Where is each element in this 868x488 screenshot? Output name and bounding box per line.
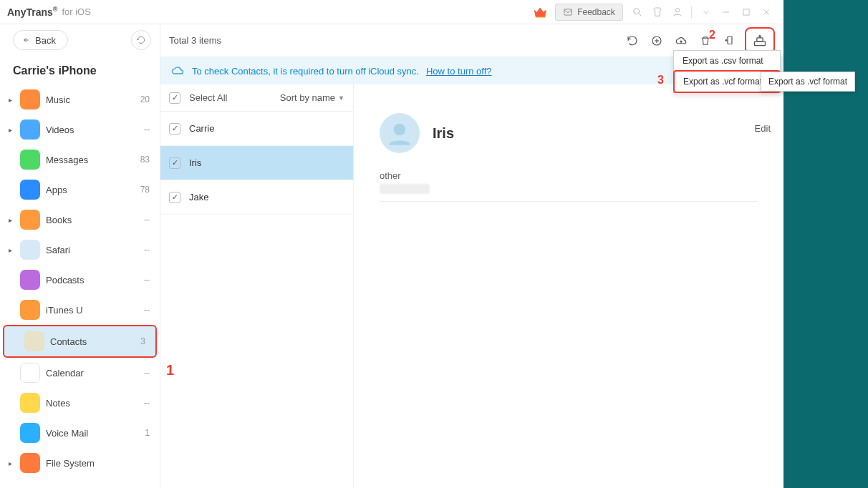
chevron-down-icon: ▼ xyxy=(338,94,344,102)
sidebar-item-notes[interactable]: Notes -- xyxy=(0,388,160,418)
field-label: other xyxy=(380,170,758,181)
delete-button[interactable] xyxy=(693,29,718,53)
sidebar-item-label: Calendar xyxy=(46,368,84,379)
sidebar-item-music[interactable]: ▸ Music 20 xyxy=(0,84,160,114)
sidebar: Back Carrie's iPhone ▸ Music 20▸ Videos … xyxy=(0,24,160,488)
back-label: Back xyxy=(35,35,56,46)
account-icon[interactable] xyxy=(667,2,688,22)
calendar-icon xyxy=(20,363,40,383)
music-icon xyxy=(20,89,40,109)
contact-checkbox[interactable] xyxy=(169,157,180,169)
app-window: AnyTrans® for iOS Feedback │ Back xyxy=(0,0,783,488)
sidebar-item-itunes-u[interactable]: iTunes U -- xyxy=(0,295,160,325)
itunes u-icon xyxy=(20,300,40,320)
contact-name: Iris xyxy=(433,125,454,142)
sidebar-item-file-system[interactable]: ▸ File System xyxy=(0,448,160,478)
svg-rect-12 xyxy=(755,41,766,45)
maximize-icon[interactable] xyxy=(736,2,756,22)
refresh-button[interactable] xyxy=(620,29,645,53)
sidebar-item-books[interactable]: ▸ Books -- xyxy=(0,205,160,235)
to-device-button[interactable]: 2 xyxy=(718,29,742,53)
edit-button[interactable]: Edit xyxy=(755,123,771,134)
sidebar-item-label: Music xyxy=(46,94,70,105)
sidebar-item-label: Contacts xyxy=(50,336,87,347)
minimize-icon[interactable] xyxy=(716,2,736,22)
sidebar-item-count: -- xyxy=(144,215,150,225)
safari-icon xyxy=(20,240,40,260)
sidebar-item-count: -- xyxy=(144,305,150,315)
sidebar-item-apps[interactable]: Apps 78 xyxy=(0,175,160,205)
contact-row-name: Carrie xyxy=(189,123,214,134)
sidebar-item-count: 1 xyxy=(145,428,150,438)
books-icon xyxy=(20,210,40,230)
contacts-icon xyxy=(24,331,44,351)
crown-icon[interactable] xyxy=(532,4,548,20)
sidebar-refresh-button[interactable] xyxy=(131,30,151,50)
back-button[interactable]: Back xyxy=(13,30,68,50)
add-button[interactable] xyxy=(645,29,669,53)
contact-row[interactable]: Iris xyxy=(160,146,353,180)
brand-sup: ® xyxy=(53,6,58,13)
contact-row-name: Jake xyxy=(189,192,208,202)
svg-line-2 xyxy=(639,14,641,16)
sidebar-item-label: Apps xyxy=(46,185,67,195)
sort-dropdown[interactable]: Sort by name ▼ xyxy=(280,92,344,103)
device-name: Carrie's iPhone xyxy=(0,54,160,84)
sidebar-item-count: 83 xyxy=(140,155,150,165)
sidebar-item-label: Books xyxy=(46,215,72,225)
svg-point-3 xyxy=(675,8,679,11)
sidebar-item-count: -- xyxy=(144,398,150,408)
contact-checkbox[interactable] xyxy=(169,192,180,203)
sidebar-item-podcasts[interactable]: Podcasts -- xyxy=(0,265,160,295)
sidebar-item-voice-mail[interactable]: Voice Mail 1 xyxy=(0,418,160,448)
search-icon[interactable] xyxy=(627,2,647,22)
file system-icon xyxy=(20,453,40,473)
expand-icon: ▸ xyxy=(6,126,14,134)
select-all-checkbox[interactable] xyxy=(169,92,180,104)
svg-rect-11 xyxy=(728,36,732,44)
sidebar-item-messages[interactable]: Messages 83 xyxy=(0,145,160,175)
export-csv-item[interactable]: Export as .csv format xyxy=(674,51,780,71)
content-pane: Total 3 items 2 Export as .csv format Ex… xyxy=(160,24,783,488)
content-toolbar: Total 3 items 2 Export as .csv format Ex… xyxy=(160,24,783,57)
contact-row[interactable]: Jake xyxy=(160,180,353,215)
brand-text: AnyTrans xyxy=(7,6,53,18)
contact-list: Select All Sort by name ▼ Carrie Iris Ja… xyxy=(160,84,354,488)
titlebar: AnyTrans® for iOS Feedback │ xyxy=(0,0,783,24)
contact-checkbox[interactable] xyxy=(169,123,180,135)
sidebar-item-safari[interactable]: ▸ Safari -- xyxy=(0,235,160,265)
messages-icon xyxy=(20,150,40,170)
sidebar-item-count: 3 xyxy=(140,336,145,346)
tooltip: Export as .vcf format xyxy=(761,72,855,92)
banner-text: To check Contacts, it is required to tur… xyxy=(192,66,419,77)
close-icon[interactable] xyxy=(756,2,776,22)
notes-icon xyxy=(20,393,40,413)
sidebar-item-count: 20 xyxy=(140,94,150,104)
select-all-label: Select All xyxy=(189,92,227,103)
sidebar-item-calendar[interactable]: Calendar -- xyxy=(0,358,160,388)
sidebar-item-label: Notes xyxy=(46,398,70,409)
tshirt-icon[interactable] xyxy=(647,2,667,22)
sidebar-item-label: iTunes U xyxy=(46,305,83,316)
cloud-icon xyxy=(170,63,185,79)
expand-icon: ▸ xyxy=(6,216,14,224)
svg-rect-0 xyxy=(564,9,572,14)
videos-icon xyxy=(20,119,40,140)
sidebar-item-label: File System xyxy=(46,458,95,469)
feedback-button[interactable]: Feedback xyxy=(555,4,623,21)
to-cloud-button[interactable] xyxy=(669,29,693,53)
sidebar-item-videos[interactable]: ▸ Videos -- xyxy=(0,114,160,145)
expand-icon: ▸ xyxy=(6,96,14,104)
sidebar-item-label: Voice Mail xyxy=(46,428,88,439)
chevron-down-icon[interactable] xyxy=(696,2,716,22)
contact-row[interactable]: Carrie xyxy=(160,112,353,146)
expand-icon: ▸ xyxy=(6,459,14,467)
sidebar-item-label: Podcasts xyxy=(46,275,84,286)
sidebar-item-count: -- xyxy=(144,125,150,135)
sidebar-item-contacts[interactable]: Contacts 3 xyxy=(3,325,157,358)
podcasts-icon xyxy=(20,270,40,290)
voice mail-icon xyxy=(20,423,40,443)
sidebar-item-label: Videos xyxy=(46,125,74,135)
banner-link[interactable]: How to turn off? xyxy=(426,66,492,77)
svg-point-1 xyxy=(634,8,640,14)
